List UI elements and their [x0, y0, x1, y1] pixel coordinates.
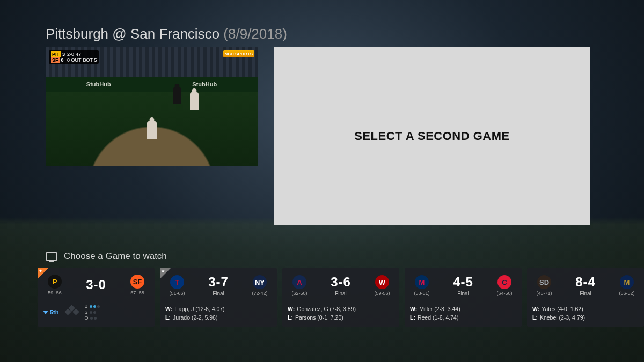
team-record: (59-56): [374, 291, 390, 296]
team-record: (51-66): [169, 291, 185, 296]
game-card[interactable]: T (51-66) 3-7 Final NY (72-42) W:Happ, J…: [160, 268, 277, 327]
outfield-wall: StubHub StubHub: [46, 77, 258, 92]
pitching-decision: W:Happ, J (12-6, 4.07) L:Jurado (2-2, 5.…: [165, 301, 272, 322]
page-title: Pittsburgh @ San Francisco (8/9/2018): [46, 26, 287, 42]
team-logo: SD: [537, 275, 551, 289]
score-line: SD (46-71) 8-4 Final M (66-52): [532, 275, 639, 297]
network-logo: NBC SPORTS: [223, 50, 254, 57]
matchup-date: (8/9/2018): [223, 26, 287, 42]
team-logo: M: [415, 275, 429, 289]
away-team: SD (46-71): [532, 275, 556, 296]
team-logo: C: [497, 275, 511, 289]
home-team: NY (72-42): [248, 275, 272, 296]
team-record: (62-50): [291, 291, 307, 296]
game-score: 8-4: [575, 275, 596, 290]
wall-ad: StubHub: [86, 81, 111, 87]
pitcher-figure: [147, 121, 157, 139]
score-line: M (53-61) 4-5 Final C (64-50): [410, 275, 516, 297]
score-line: T (51-66) 3-7 Final NY (72-42): [165, 275, 272, 297]
batter-figure: [190, 92, 199, 110]
score-line: A (62-50) 3-6 Final W (59-56): [288, 275, 394, 297]
pitching-decision: W:Gonzalez, G (7-8, 3.89) L:Parsons (0-1…: [288, 301, 394, 322]
second-game-placeholder[interactable]: SELECT A SECOND GAME: [274, 47, 590, 225]
tv-icon: [46, 252, 57, 261]
team-logo: W: [375, 275, 389, 289]
bases-diamond-icon: [64, 305, 79, 320]
pitching-decision: W:Yates (4-0, 1.62) L:Knebel (2-3, 4.79): [532, 301, 639, 322]
game-score: 3-0: [86, 277, 106, 292]
game-status: Final: [457, 291, 469, 297]
team-logo: M: [620, 275, 634, 289]
team-logo: T: [170, 275, 184, 289]
home-team: C (64-50): [493, 275, 516, 296]
game-card[interactable]: SD (46-71) 8-4 Final M (66-52) W:Yates (…: [527, 268, 644, 327]
choose-game-header: Choose a Game to watch: [46, 251, 167, 262]
umpire-figure: [173, 87, 181, 104]
team-record: (46-71): [536, 291, 552, 296]
team-record: (72-42): [252, 291, 267, 296]
broadcast-scorebug: PIT3 SF0 2-0 47 0 OUT BOT 5: [49, 50, 99, 64]
favorite-star-icon: [160, 268, 171, 279]
placeholder-label: SELECT A SECOND GAME: [354, 129, 510, 143]
pitching-decision: W:Miller (2-3, 3.44) L:Reed (1-6, 4.74): [410, 301, 516, 322]
wall-ad: StubHub: [192, 81, 217, 87]
game-score: 4-5: [453, 275, 473, 290]
game-card-row: P 59 -56 3-0 SF 57 -58 5th B S O: [38, 268, 644, 327]
team-record: 59 -56: [48, 290, 62, 295]
count-indicator: B S O: [85, 304, 100, 321]
team-logo: NY: [253, 275, 267, 289]
home-team: SF 57 -58: [126, 275, 149, 295]
away-team: A (62-50): [288, 275, 311, 296]
live-game-state: 5th B S O: [43, 300, 149, 321]
game-status: Final: [213, 291, 224, 297]
game-status: Final: [580, 291, 591, 297]
team-logo: P: [48, 275, 62, 289]
team-logo: SF: [130, 275, 144, 289]
score-line: P 59 -56 3-0 SF 57 -58: [43, 275, 149, 295]
game-score: 3-7: [208, 275, 229, 290]
team-record: (64-50): [496, 291, 512, 296]
game-card[interactable]: A (62-50) 3-6 Final W (59-56) W:Gonzalez…: [282, 268, 399, 327]
home-team: M (66-52): [615, 275, 639, 296]
team-record: 57 -58: [130, 290, 144, 295]
away-team: M (53-61): [410, 275, 434, 296]
team-record: (53-61): [414, 291, 429, 296]
game-card[interactable]: M (53-61) 4-5 Final C (64-50) W:Miller (…: [405, 268, 522, 327]
choose-game-label: Choose a Game to watch: [64, 251, 167, 262]
team-record: (66-52): [619, 291, 634, 296]
team-logo: A: [292, 275, 306, 289]
primary-game-video[interactable]: StubHub StubHub PIT3 SF0 2-0 47 0 OUT BO…: [46, 47, 258, 166]
favorite-star-icon: [38, 268, 48, 279]
game-score: 3-6: [331, 275, 351, 290]
game-card[interactable]: P 59 -56 3-0 SF 57 -58 5th B S O: [38, 268, 155, 327]
game-status: Final: [335, 291, 347, 297]
home-team: W (59-56): [370, 275, 394, 296]
matchup-title: Pittsburgh @ San Francisco: [46, 26, 219, 42]
video-row: StubHub StubHub PIT3 SF0 2-0 47 0 OUT BO…: [46, 47, 590, 225]
inning-indicator: 5th: [43, 309, 59, 315]
